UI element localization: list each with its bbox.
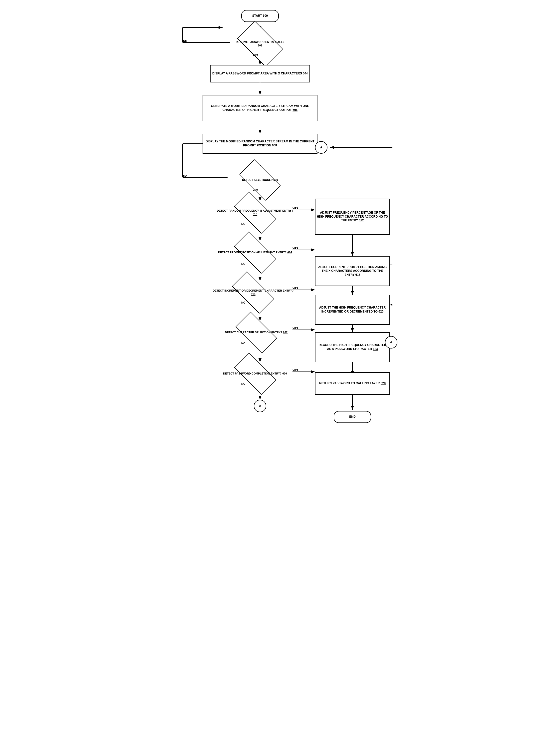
detect-incr-yes-label: YES: [292, 287, 298, 290]
circle-a-right: A: [385, 336, 398, 349]
detect-complete-yes-label: YES: [292, 369, 298, 372]
detect-complete-node: DETECT PASSWORD COMPLETION ENTRY? 626: [209, 362, 301, 385]
detect-prompt-node: DETECT PROMPT POSITION ADJUSTMENT ENTRY?…: [210, 241, 300, 264]
detect-keystroke-node: DETECT KEYSTROKE? 609: [218, 169, 302, 191]
detect-char-yes-label: YES: [292, 327, 298, 330]
receive-password-node: RECEIVE PASSWORD ENTRY CALL? 602: [218, 30, 302, 57]
adjust-freq-node: ADJUST FREQUENCY PERCENTAGE OF THE HIGH …: [315, 199, 390, 235]
display-stream-label: DISPLAY THE MODIFIED RANDOM CHARACTER ST…: [203, 138, 317, 149]
adjust-incr-label: ADJUST THE HIGH FREQUENCY CHARACTER INCR…: [316, 305, 389, 315]
circle-a-bottom: A: [254, 400, 266, 412]
start-node: START 600: [241, 10, 279, 22]
detect-char-no-label: NO: [241, 342, 245, 345]
record-char-label: RECORD THE HIGH FREQUENCY CHARACTER AS A…: [316, 342, 389, 352]
display-stream-node: DISPLAY THE MODIFIED RANDOM CHARACTER ST…: [202, 134, 318, 154]
detect-prompt-yes-label: YES: [292, 247, 298, 250]
generate-stream-node: GENERATE A MODIFIED RANDOM CHARACTER STR…: [202, 95, 318, 121]
detect-keystroke-no-label: NO: [183, 175, 187, 178]
detect-freq-yes-label: YES: [292, 207, 298, 210]
record-char-node: RECORD THE HIGH FREQUENCY CHARACTER AS A…: [315, 332, 390, 362]
return-password-label: RETURN PASSWORD TO CALLING LAYER 628: [318, 380, 387, 387]
adjust-prompt-label: ADJUST CURRENT PROMPT POSITION AMONG THE…: [316, 264, 389, 278]
circle-a-top: A: [315, 141, 327, 154]
display-prompt-node: DISPLAY A PASSWORD PROMPT AREA WITH X CH…: [210, 65, 310, 82]
flowchart-diagram: START 600 RECEIVE PASSWORD ENTRY CALL? 6…: [168, 5, 392, 704]
receive-password-yes-label: YES: [252, 54, 258, 57]
adjust-prompt-node: ADJUST CURRENT PROMPT POSITION AMONG THE…: [315, 256, 390, 286]
detect-incr-node: DETECT INCREMENT OR DECREMENT CHARACTER …: [206, 281, 300, 304]
detect-complete-no-label: NO: [241, 382, 245, 385]
adjust-freq-label: ADJUST FREQUENCY PERCENTAGE OF THE HIGH …: [316, 210, 389, 224]
adjust-incr-node: ADJUST THE HIGH FREQUENCY CHARACTER INCR…: [315, 295, 390, 325]
detect-char-node: DETECT CHARACTER SELECTION ENTRY? 622: [214, 321, 299, 344]
detect-freq-node: DETECT RANDOM FREQUENCY % ADJUSTMENT ENT…: [210, 201, 300, 224]
start-label: START 600: [252, 14, 268, 18]
detect-incr-no-label: NO: [241, 301, 245, 304]
detect-prompt-no-label: NO: [241, 262, 245, 265]
return-password-node: RETURN PASSWORD TO CALLING LAYER 628: [315, 372, 390, 395]
display-prompt-label: DISPLAY A PASSWORD PROMPT AREA WITH X CH…: [212, 72, 308, 76]
detect-keystroke-yes-label: YES: [252, 189, 258, 191]
detect-freq-no-label: NO: [241, 222, 245, 225]
receive-password-no-label: NO: [183, 40, 187, 42]
generate-stream-label: GENERATE A MODIFIED RANDOM CHARACTER STR…: [203, 103, 317, 113]
end-node: END: [334, 411, 371, 423]
